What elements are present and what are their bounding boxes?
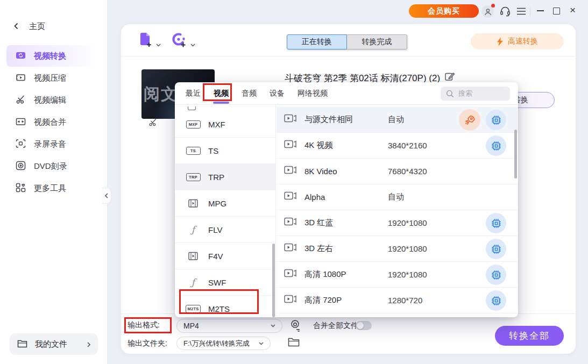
format-selection-panel: 最近 视频 音频 设备 网络视频 搜索 MXFMXFTSTSTRPTRPMPGƒ… (175, 82, 518, 317)
format-search-input[interactable]: 搜索 (441, 87, 510, 101)
gpu-chip-icon[interactable] (486, 290, 506, 311)
format-item-swf[interactable]: ƒSWF (175, 269, 275, 296)
thumbnail-watermark: 阅文 (144, 83, 178, 105)
home-label: 主页 (29, 22, 45, 32)
window-close-button[interactable]: × (568, 6, 577, 15)
preset-name: 4K 视频 (304, 140, 333, 151)
convert-all-button[interactable]: 转换全部 (495, 326, 564, 346)
sidebar-item-video-merge[interactable]: 视频合并 (6, 111, 101, 133)
preset-name: 与源文件相同 (304, 115, 353, 125)
sidebar-item-video-convert[interactable]: 视频转换 (6, 45, 101, 67)
preset-item[interactable]: 与源文件相同自动 (277, 107, 518, 133)
sidebar-item-more-tools[interactable]: 更多工具 (6, 177, 101, 199)
panel-tab-web-video[interactable]: 网络视频 (297, 82, 328, 105)
tab-converted[interactable]: 转换完成 (347, 34, 407, 49)
format-item-m2ts[interactable]: M2TSM2TS (175, 296, 275, 317)
preset-item[interactable]: 3D 红蓝1920*1080 (277, 210, 518, 236)
preset-item[interactable]: 高清 1080P1920*1080 (277, 262, 518, 288)
preset-item[interactable]: 高清 720P1280*720 (277, 288, 518, 313)
preset-item[interactable]: 3D 左右1920*1080 (277, 236, 518, 262)
add-dvd-dropdown-chevron[interactable] (190, 39, 195, 49)
format-label: FLV (208, 225, 222, 234)
output-format-label: 输出格式: (127, 320, 160, 330)
video-edit-icon (16, 95, 26, 106)
chevron-right-icon (87, 340, 90, 349)
panel-tab-device[interactable]: 设备 (270, 82, 285, 105)
format-item-flv[interactable]: ƒFLV (175, 217, 275, 243)
mxf-format-icon: MXF (185, 120, 201, 129)
output-format-select[interactable]: MP4 (176, 319, 282, 333)
back-chevron-icon (14, 22, 18, 31)
swf-format-icon: ƒ (185, 277, 201, 288)
support-headset-icon[interactable] (500, 6, 511, 17)
sidebar-collapse-handle[interactable] (102, 188, 111, 204)
preset-item[interactable]: 4K 视频3840*2160 (277, 133, 518, 159)
sidebar-item-video-compress[interactable]: 视频压缩 (6, 67, 101, 89)
merge-all-toggle[interactable] (356, 321, 372, 330)
add-file-dropdown-chevron[interactable] (156, 39, 161, 49)
home-nav[interactable]: 主页 (14, 22, 45, 32)
panel-tab-recent[interactable]: 最近 (186, 82, 201, 105)
my-files-button[interactable]: 我的文件 (10, 333, 98, 355)
sidebar-item-video-edit[interactable]: 视频编辑 (6, 89, 101, 111)
window-minimize-button[interactable] (536, 6, 544, 15)
gpu-chip-icon[interactable] (486, 135, 506, 156)
preset-item[interactable]: Alpha自动 (277, 184, 518, 210)
video-convert-icon (16, 51, 26, 62)
tab-converting[interactable]: 正在转换 (287, 34, 347, 49)
menu-hamburger-icon[interactable] (516, 8, 526, 15)
sidebar-item-dvd-burn[interactable]: DVD刻录 (6, 155, 101, 177)
format-list-scrollbar[interactable] (272, 244, 275, 317)
sidebar: 主页 视频转换 视频压缩 视频编辑 视频合并 录屏录音 DVD刻录 更多工具 (0, 0, 108, 364)
format-item-mpg[interactable]: MPG (175, 190, 275, 217)
dvd-burn-icon (16, 161, 26, 172)
add-dvd-button[interactable] (172, 32, 188, 51)
preset-resolution: 1920*1080 (388, 244, 427, 253)
preset-resolution: 1920*1080 (388, 218, 427, 227)
trim-scissors-icon[interactable] (148, 118, 158, 129)
merge-all-label: 合并全部文件 (313, 321, 358, 331)
output-folder-select[interactable]: F:\万兴优转\转换完成 (176, 337, 271, 350)
format-item-trp[interactable]: TRPTRP (175, 164, 275, 190)
output-settings-gear-icon[interactable] (288, 319, 302, 334)
high-speed-convert-button[interactable]: 高速转换 (471, 33, 564, 49)
gpu-chip-icon[interactable] (486, 239, 506, 259)
topbar-separator (530, 7, 530, 16)
add-file-button[interactable] (138, 32, 153, 51)
gpu-chip-icon[interactable] (486, 265, 506, 285)
gpu-chip-icon[interactable] (486, 213, 506, 233)
add-file-icon (138, 32, 153, 48)
format-list: MXFMXFTSTSTRPTRPMPGƒFLVF4VƒSWFM2TSM2TS (175, 111, 275, 317)
vip-purchase-button[interactable]: 会员购买 (409, 4, 479, 18)
mpg-format-icon (185, 199, 201, 208)
preset-list-scrollbar[interactable] (514, 130, 517, 179)
preset-name: 高清 720P (304, 295, 342, 305)
m2ts-format-icon: M2TS (185, 305, 201, 313)
preset-name: 3D 红蓝 (304, 218, 333, 228)
format-item-ts[interactable]: TSTS (175, 138, 275, 164)
format-item-f4v[interactable]: F4V (175, 243, 275, 269)
video-preset-icon (284, 114, 297, 125)
panel-tab-audio[interactable]: 音频 (242, 82, 257, 105)
trp-format-icon: TRP (185, 173, 201, 181)
format-list-column: MXFMXFTSTSTRPTRPMPGƒFLVF4VƒSWFM2TSM2TS (175, 105, 276, 317)
sidebar-item-screen-record[interactable]: 录屏录音 (6, 133, 101, 155)
panel-tab-video[interactable]: 视频 (214, 82, 229, 105)
search-icon (446, 90, 454, 98)
window-maximize-button[interactable] (553, 8, 560, 15)
preset-item[interactable]: 8K Video7680*4320 (277, 159, 518, 184)
lightning-icon (497, 37, 504, 46)
toolbar-divider (121, 56, 576, 56)
video-preset-icon (284, 295, 297, 306)
gpu-chip-icon[interactable] (486, 110, 506, 130)
video-preset-icon (284, 191, 297, 203)
preset-resolution: 1920*1080 (388, 270, 427, 279)
video-merge-icon (16, 117, 26, 128)
format-item-mxf[interactable]: MXFMXF (175, 111, 275, 138)
high-speed-rocket-icon[interactable] (459, 109, 480, 131)
preset-name: Alpha (304, 192, 325, 202)
chevron-down-icon (271, 324, 275, 327)
video-preset-icon (284, 166, 297, 177)
output-folder-label: 输出文件夹: (127, 339, 167, 348)
open-folder-icon[interactable] (288, 337, 300, 349)
